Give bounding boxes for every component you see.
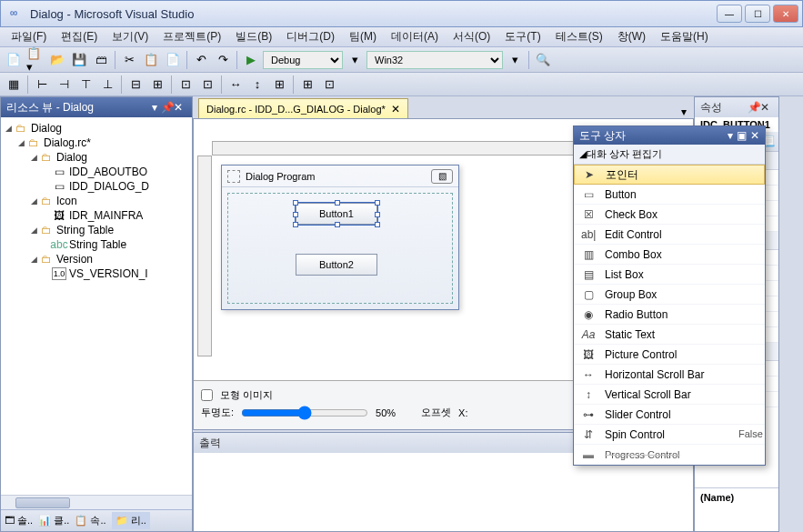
tab-dropdown-icon[interactable]: ▾ — [681, 105, 687, 118]
expander-icon[interactable]: ◢ — [28, 152, 39, 163]
menu-help[interactable]: 도움말(H) — [653, 26, 716, 47]
dropdown-icon[interactable]: ▾ — [152, 101, 157, 114]
horizontal-scrollbar[interactable] — [1, 495, 192, 509]
dropdown-icon[interactable]: ▾ — [728, 129, 733, 142]
toolbox-item-hscroll[interactable]: ↔Horizontal Scroll Bar — [574, 365, 765, 385]
tab-4[interactable]: 📁 리.. — [112, 512, 150, 529]
close-button[interactable]: ✕ — [773, 5, 798, 23]
same-size-button[interactable]: ⊞ — [269, 75, 289, 95]
tab-1[interactable]: 🗔 솔.. — [5, 514, 33, 527]
dialog-body[interactable]: Button1 Button2 — [227, 193, 453, 304]
find-button[interactable]: 🔍 — [533, 50, 553, 70]
menu-tools[interactable]: 도구(T) — [497, 26, 547, 47]
menu-build[interactable]: 빌드(B) — [228, 26, 279, 47]
tree-root[interactable]: ◢🗀Dialog — [3, 121, 190, 136]
tree-rc[interactable]: ◢🗀Dialog.rc* — [3, 136, 190, 150]
scroll-thumb[interactable] — [15, 497, 70, 508]
platform-select[interactable]: Win32 — [366, 51, 503, 69]
align-top-button[interactable]: ⊤ — [75, 75, 95, 95]
copy-button[interactable]: 📋 — [141, 50, 161, 70]
resize-handle[interactable] — [293, 222, 298, 227]
toolbox-item-checkbox[interactable]: ☒Check Box — [574, 205, 765, 225]
toggle-guides-button[interactable]: ⊡ — [319, 75, 339, 95]
cut-button[interactable]: ✂ — [119, 50, 139, 70]
undo-button[interactable]: ↶ — [191, 50, 211, 70]
menu-data[interactable]: 데이터(A) — [384, 26, 446, 47]
tree-idd-about[interactable]: ▭IDD_ABOUTBO — [3, 165, 190, 179]
toolbox-item-groupbox[interactable]: ▢Group Box — [574, 285, 765, 305]
tree-version-folder[interactable]: ◢🗀Version — [3, 252, 190, 266]
align-left-button[interactable]: ⊢ — [32, 75, 52, 95]
tree-idr-mainframe[interactable]: 🖼IDR_MAINFRA — [3, 208, 190, 223]
window-position-icon[interactable]: ▣ — [737, 129, 747, 142]
config-dropdown[interactable]: ▾ — [345, 50, 365, 70]
maximize-button[interactable]: ☐ — [745, 5, 770, 23]
platform-dropdown[interactable]: ▾ — [505, 50, 525, 70]
minimize-button[interactable]: — — [717, 5, 742, 23]
resize-handle[interactable] — [375, 200, 380, 206]
resize-handle[interactable] — [335, 200, 340, 206]
tree-stringtable-folder[interactable]: ◢🗀String Table — [3, 223, 190, 237]
close-tab-icon[interactable]: ✕ — [391, 103, 400, 115]
menu-team[interactable]: 팀(M) — [342, 26, 384, 47]
start-button[interactable]: ▶ — [241, 50, 261, 70]
menu-file[interactable]: 파일(F) — [4, 26, 54, 47]
toolbox-item-pointer[interactable]: ➤포인터 — [574, 165, 765, 185]
toolbox-item-edit[interactable]: ab|Edit Control — [574, 225, 765, 245]
resize-handle[interactable] — [375, 212, 380, 217]
space-across-button[interactable]: ⊡ — [176, 75, 196, 95]
tab-2[interactable]: 📊 클.. — [38, 514, 69, 527]
menu-test[interactable]: 테스트(S) — [548, 26, 610, 47]
button2-control[interactable]: Button2 — [296, 254, 377, 276]
align-right-button[interactable]: ⊣ — [54, 75, 74, 95]
config-select[interactable]: Debug — [263, 51, 343, 69]
expander-icon[interactable]: ◢ — [3, 123, 14, 134]
tree-stringtable[interactable]: abcString Table — [3, 237, 190, 252]
tree-vs-version[interactable]: 1.0VS_VERSION_I — [3, 266, 190, 281]
model-image-checkbox[interactable] — [201, 389, 213, 401]
tab-3[interactable]: 📋 속.. — [75, 514, 105, 527]
expander-icon[interactable]: ◢ — [15, 137, 26, 148]
resize-handle[interactable] — [293, 200, 298, 206]
menu-project[interactable]: 프로젝트(P) — [156, 26, 228, 47]
opacity-slider[interactable] — [241, 407, 368, 419]
button1-control[interactable]: Button1 — [296, 203, 377, 225]
toolbox-item-vscroll[interactable]: ↕Vertical Scroll Bar — [574, 385, 765, 405]
resize-handle[interactable] — [293, 212, 298, 217]
close-icon[interactable]: ✕ — [750, 129, 759, 142]
expander-icon[interactable]: ◢ — [28, 254, 39, 265]
save-all-button[interactable]: 🗃 — [91, 50, 111, 70]
toolbox-item-button[interactable]: ▭Button — [574, 185, 765, 205]
toolbox-item-static[interactable]: AaStatic Text — [574, 325, 765, 345]
menu-edit[interactable]: 편집(E) — [54, 26, 105, 47]
close-icon[interactable]: ✕ — [760, 101, 773, 114]
menu-view[interactable]: 보기(V) — [105, 26, 156, 47]
add-item-button[interactable]: 📋▾ — [25, 50, 45, 70]
pin-icon[interactable]: 📌 — [748, 101, 760, 114]
close-icon[interactable]: ✕ — [174, 101, 186, 114]
toolbox-item-progress[interactable]: ▬Progress Control — [574, 445, 765, 465]
expander-icon[interactable]: ◢ — [28, 225, 39, 236]
dialog-close-button[interactable]: ▧ — [431, 169, 453, 184]
save-button[interactable]: 💾 — [69, 50, 89, 70]
resize-handle[interactable] — [375, 222, 380, 227]
align-bottom-button[interactable]: ⊥ — [97, 75, 117, 95]
menu-format[interactable]: 서식(O) — [446, 26, 497, 47]
editor-tab[interactable]: Dialog.rc - IDD_D...G_DIALOG - Dialog* ✕ — [198, 98, 408, 118]
resize-handle[interactable] — [335, 222, 340, 227]
toolbox-header[interactable]: 도구 상자 ▾ ▣ ✕ — [574, 126, 765, 145]
redo-button[interactable]: ↷ — [213, 50, 233, 70]
tree-icon-folder[interactable]: ◢🗀Icon — [3, 194, 190, 208]
toolbox-item-radio[interactable]: ◉Radio Button — [574, 305, 765, 325]
menu-debug[interactable]: 디버그(D) — [279, 26, 342, 47]
center-vertical-button[interactable]: ⊞ — [147, 75, 167, 95]
space-down-button[interactable]: ⊡ — [197, 75, 217, 95]
open-button[interactable]: 📂 — [47, 50, 67, 70]
test-dialog-button[interactable]: ▦ — [4, 75, 24, 95]
toolbox-item-slider[interactable]: ⊶Slider Control — [574, 405, 765, 425]
same-width-button[interactable]: ↔ — [226, 75, 246, 95]
toolbox-section[interactable]: ◢ 대화 상자 편집기 — [574, 145, 765, 165]
tree-idd-dialog[interactable]: ▭IDD_DIALOG_D — [3, 179, 190, 194]
same-height-button[interactable]: ↕ — [247, 75, 267, 95]
expander-icon[interactable]: ◢ — [28, 196, 39, 206]
